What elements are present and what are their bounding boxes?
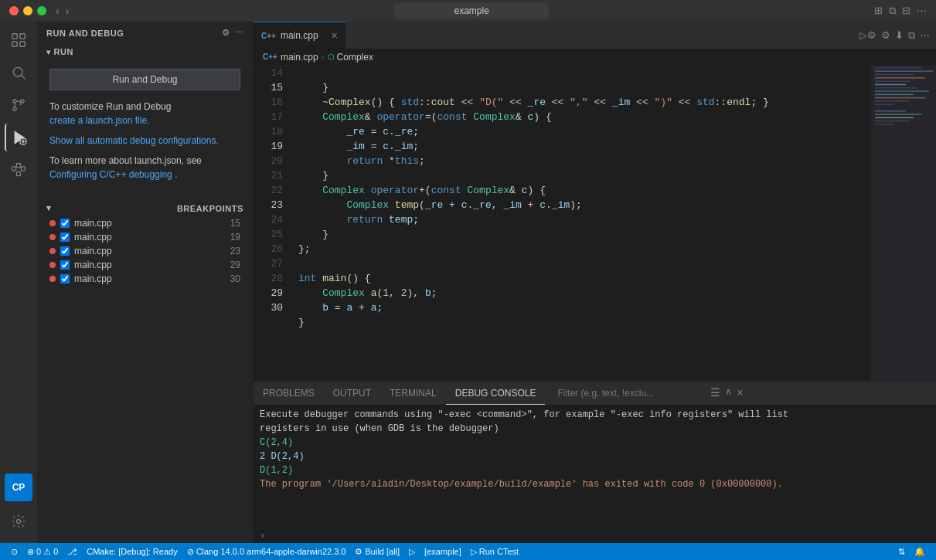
status-warning-icon: ⚠ xyxy=(43,547,51,557)
breadcrumb-symbol[interactable]: ⬡ Complex xyxy=(328,52,373,63)
panel: PROBLEMS OUTPUT TERMINAL DEBUG CONSOLE ☰… xyxy=(254,381,936,543)
show-auto-debug: Show all automatic debug configurations. xyxy=(49,134,240,148)
status-cmake[interactable]: CMake: [Debug]: Ready xyxy=(82,543,182,560)
layout-2-icon[interactable]: ⊟ xyxy=(902,5,910,17)
split-editor-icon[interactable]: ⧉ xyxy=(889,5,896,17)
breakpoint-filename: main.cpp xyxy=(74,218,226,229)
breakpoint-checkbox[interactable] xyxy=(60,260,70,270)
status-build[interactable]: ⚙ Build [all] xyxy=(350,543,404,560)
activity-explorer[interactable] xyxy=(5,26,32,54)
code-content: } ~Complex() { std::cout << "D(" << _re … xyxy=(292,66,870,381)
breakpoint-checkbox[interactable] xyxy=(60,246,70,256)
status-errors[interactable]: ⊗ 0 ⚠ 0 xyxy=(22,543,63,560)
console-input[interactable] xyxy=(268,531,930,541)
panel-scroll-up-icon[interactable]: ∧ xyxy=(725,386,732,400)
activity-settings[interactable] xyxy=(5,507,32,535)
panel-tab-terminal[interactable]: TERMINAL xyxy=(380,382,446,405)
activity-extensions[interactable] xyxy=(5,156,32,184)
panel-filter-input[interactable] xyxy=(551,386,706,400)
status-cmake-text: CMake: [Debug]: Ready xyxy=(87,547,177,556)
learn-more-text: To learn more about launch.json, see Con… xyxy=(49,154,240,182)
create-launch-json-link[interactable]: create a launch.json file. xyxy=(49,115,149,126)
line-num-25: 25 xyxy=(254,227,283,242)
debug-run-icon[interactable]: ▷⚙ xyxy=(859,29,876,41)
toolbar-right: ⊞ ⧉ ⊟ ⋯ xyxy=(874,5,927,17)
status-branch[interactable]: ⎇ xyxy=(63,543,82,560)
panel-tab-debug-console[interactable]: DEBUG CONSOLE xyxy=(446,382,546,405)
close-button[interactable] xyxy=(9,6,19,15)
svg-rect-13 xyxy=(12,167,16,171)
svg-point-17 xyxy=(17,520,21,524)
activity-search[interactable] xyxy=(5,59,32,87)
editor-area: C++ main.cpp × ▷⚙ ⚙ ⬇ ⧉ ⋯ C++ main.cpp ›… xyxy=(254,22,936,543)
code-line-22: Complex temp(_re + c._re, _im + c._im); xyxy=(298,199,582,211)
tab-close-button[interactable]: × xyxy=(332,29,338,42)
panel-tab-problems[interactable]: PROBLEMS xyxy=(254,382,324,405)
breakpoint-line: 23 xyxy=(230,246,240,256)
nav-back-button[interactable]: ‹ xyxy=(56,5,60,17)
sidebar-settings-icon[interactable]: ⚙ xyxy=(222,28,230,38)
breadcrumb-symbol-icon: ⬡ xyxy=(328,53,335,61)
breakpoint-checkbox[interactable] xyxy=(60,274,70,283)
status-error-count: 0 xyxy=(36,547,41,556)
breakpoint-checkbox[interactable] xyxy=(60,219,70,228)
code-editor[interactable]: 14 15 16 17 18 19 20 21 22 xyxy=(254,66,870,381)
code-line-15: ~Complex() { std::cout << "D(" << _re <<… xyxy=(298,97,769,108)
activity-avatar[interactable]: CP xyxy=(5,473,32,501)
sidebar-header-icons: ⚙ ⋯ xyxy=(222,28,243,38)
status-git-sync[interactable]: ⇅ xyxy=(893,543,910,560)
configuring-link[interactable]: Configuring C/C++ debugging xyxy=(49,169,172,180)
panel-close-icon[interactable]: × xyxy=(737,386,743,400)
run-section-chevron: ▾ xyxy=(46,48,51,56)
breakpoints-chevron: ▾ xyxy=(46,203,52,213)
sidebar: RUN AND DEBUG ⚙ ⋯ ▾ RUN Run and Debug To… xyxy=(37,22,254,543)
status-run-ctest-text: Run CTest xyxy=(479,547,519,556)
status-clang-version-icon: ⊘ xyxy=(187,547,194,557)
run-section-header[interactable]: ▾ RUN xyxy=(37,44,253,59)
more-actions-icon[interactable]: ⋯ xyxy=(920,29,930,41)
activity-git[interactable] xyxy=(5,91,32,119)
nav-forward-button[interactable]: › xyxy=(66,5,70,17)
code-line-28: Complex a(1, 2), b; xyxy=(298,287,437,299)
status-run-icon[interactable]: ▷ xyxy=(404,543,420,560)
search-bar[interactable]: example xyxy=(394,3,549,19)
svg-rect-0 xyxy=(12,34,17,39)
more-icon[interactable]: ⋯ xyxy=(917,5,927,17)
code-line-27: int main() { xyxy=(298,273,371,284)
status-run-ctest[interactable]: ▷ Run CTest xyxy=(466,543,523,560)
minimize-button[interactable] xyxy=(23,6,32,15)
panel-list-icon[interactable]: ☰ xyxy=(710,386,720,400)
breadcrumb-lang-icon: C++ xyxy=(263,53,277,61)
svg-rect-14 xyxy=(17,164,21,168)
show-auto-debug-link[interactable]: Show all automatic debug configurations. xyxy=(49,135,219,146)
maximize-button[interactable] xyxy=(37,6,46,15)
status-clang[interactable]: ⊘ Clang 14.0.0 arm64-apple-darwin22.3.0 xyxy=(182,543,351,560)
breadcrumb-separator: › xyxy=(322,52,325,63)
window-controls xyxy=(9,6,46,15)
layout-icon[interactable]: ⊞ xyxy=(874,5,883,17)
console-line-2: registers in use (when GDB is the debugg… xyxy=(260,422,930,436)
panel-tab-output[interactable]: OUTPUT xyxy=(324,382,380,405)
status-notifications[interactable]: 🔔 xyxy=(910,543,930,560)
breadcrumb-file[interactable]: main.cpp xyxy=(281,52,318,63)
settings-icon[interactable]: ⚙ xyxy=(881,29,890,41)
run-and-debug-button[interactable]: Run and Debug xyxy=(49,69,240,90)
line-num-28: 28 xyxy=(254,271,283,286)
breakpoint-checkbox[interactable] xyxy=(60,232,70,242)
breakpoint-item: main.cpp 15 xyxy=(37,216,253,230)
code-area: 14 15 16 17 18 19 20 21 22 xyxy=(254,66,936,381)
line-num-23: 23 xyxy=(254,198,283,212)
download-icon[interactable]: ⬇ xyxy=(895,29,904,41)
split-editor-icon[interactable]: ⧉ xyxy=(908,29,915,42)
tab-actions: ▷⚙ ⚙ ⬇ ⧉ ⋯ xyxy=(859,22,936,49)
status-example[interactable]: [example] xyxy=(420,543,466,560)
status-debug-icon[interactable]: ⊙ xyxy=(6,543,22,560)
tab-filename: main.cpp xyxy=(281,30,318,41)
sidebar-more-icon[interactable]: ⋯ xyxy=(234,28,243,38)
code-line-29: b = a + a; xyxy=(298,302,383,314)
tab-main-cpp[interactable]: C++ main.cpp × xyxy=(254,22,346,49)
activity-run-debug[interactable] xyxy=(5,124,32,151)
code-line-17: _re = c._re; xyxy=(298,126,419,137)
line-num-16: 16 xyxy=(254,95,283,110)
status-example-text: [example] xyxy=(424,547,461,556)
